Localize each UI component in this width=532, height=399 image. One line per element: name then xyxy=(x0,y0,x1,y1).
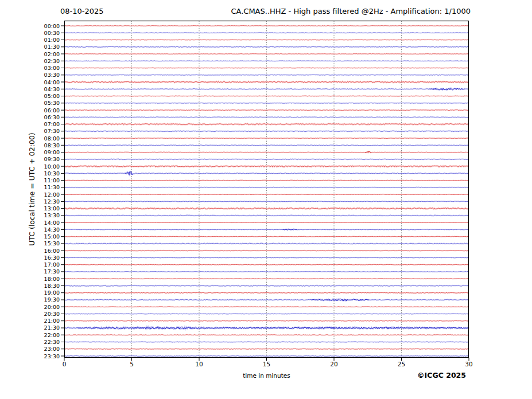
x-tick-label: 0 xyxy=(52,361,77,367)
y-tick-label: 08:00 xyxy=(0,135,60,142)
y-tick-label: 08:30 xyxy=(0,142,60,148)
x-axis-label: time in minutes xyxy=(64,372,469,379)
y-tick-label: 13:30 xyxy=(0,212,60,218)
y-tick-label: 11:00 xyxy=(0,177,60,183)
x-tick-label: 5 xyxy=(119,361,145,367)
y-tick-label: 20:00 xyxy=(0,304,60,310)
x-tick-label: 10 xyxy=(187,361,212,367)
y-tick-label: 07:30 xyxy=(0,128,60,134)
y-tick-label: 01:00 xyxy=(0,37,60,43)
y-tick-label: 06:00 xyxy=(0,107,60,114)
y-tick-label: 03:00 xyxy=(0,65,60,71)
y-tick-label: 16:30 xyxy=(0,255,60,261)
y-tick-label: 19:00 xyxy=(0,290,60,296)
y-tick-label: 14:00 xyxy=(0,220,60,226)
y-tick-label: 18:30 xyxy=(0,283,60,289)
y-tick-label: 18:00 xyxy=(0,276,60,282)
y-tick-label: 22:00 xyxy=(0,332,60,338)
y-tick-label: 20:30 xyxy=(0,311,60,317)
y-tick-label: 02:00 xyxy=(0,51,60,57)
y-tick-label: 09:30 xyxy=(0,156,60,162)
y-tick-label: 14:30 xyxy=(0,226,60,233)
helicorder-plot xyxy=(0,0,532,399)
y-tick-label: 23:00 xyxy=(0,346,60,352)
y-tick-label: 15:00 xyxy=(0,233,60,240)
y-tick-label: 01:30 xyxy=(0,44,60,50)
y-tick-label: 00:30 xyxy=(0,30,60,36)
y-tick-label: 22:30 xyxy=(0,339,60,345)
y-tick-label: 21:00 xyxy=(0,318,60,324)
x-tick-label: 20 xyxy=(321,361,347,367)
y-tick-label: 09:00 xyxy=(0,149,60,155)
y-tick-label: 15:30 xyxy=(0,240,60,247)
y-tick-label: 02:30 xyxy=(0,58,60,64)
y-tick-label: 07:00 xyxy=(0,121,60,127)
y-tick-label: 16:00 xyxy=(0,248,60,254)
y-tick-label: 03:30 xyxy=(0,72,60,78)
y-tick-label: 21:30 xyxy=(0,324,60,331)
figure: 08-10-2025 CA.CMAS..HHZ - High pass filt… xyxy=(0,0,532,399)
x-tick-label: 15 xyxy=(254,361,279,367)
y-tick-label: 23:30 xyxy=(0,353,60,359)
x-tick-label: 25 xyxy=(389,361,414,367)
y-tick-label: 00:00 xyxy=(0,23,60,29)
copyright-text: ©ICGC 2025 xyxy=(417,371,466,380)
y-tick-label: 05:30 xyxy=(0,100,60,106)
y-tick-label: 12:30 xyxy=(0,198,60,205)
y-tick-label: 10:30 xyxy=(0,170,60,177)
y-tick-label: 04:30 xyxy=(0,86,60,92)
y-tick-label: 11:30 xyxy=(0,184,60,190)
y-tick-label: 17:00 xyxy=(0,261,60,268)
y-tick-label: 19:30 xyxy=(0,296,60,303)
y-tick-label: 04:00 xyxy=(0,79,60,85)
y-tick-label: 05:00 xyxy=(0,93,60,99)
y-tick-label: 06:30 xyxy=(0,114,60,120)
y-tick-label: 12:00 xyxy=(0,191,60,198)
y-tick-label: 17:30 xyxy=(0,268,60,275)
y-tick-label: 13:00 xyxy=(0,205,60,212)
y-tick-label: 10:00 xyxy=(0,163,60,170)
x-tick-label: 30 xyxy=(456,361,481,367)
